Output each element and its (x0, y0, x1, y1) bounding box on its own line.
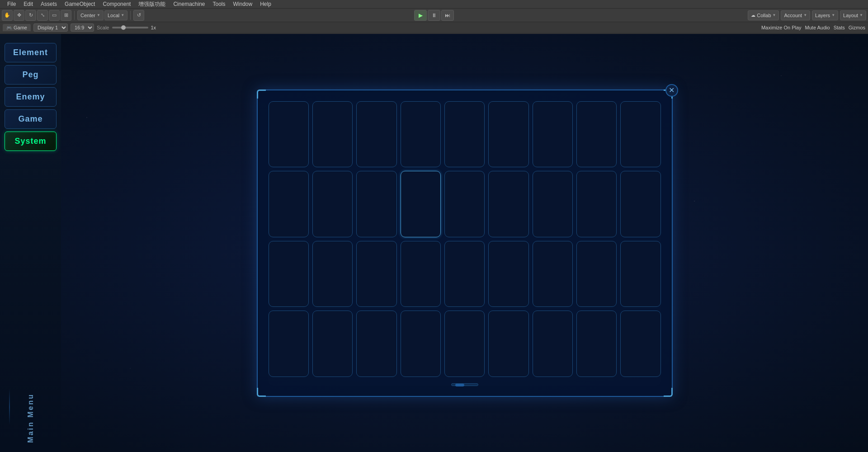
category-game[interactable]: Game (5, 109, 57, 129)
scale-track[interactable] (112, 27, 148, 28)
main-menu-text: Main Menu (27, 393, 35, 443)
grid-cell-35[interactable] (620, 311, 660, 377)
game-tab[interactable]: 🎮 Game (3, 24, 31, 31)
main-menu-label: Main Menu (0, 393, 61, 443)
corner-bl (257, 388, 266, 397)
toolbar-separator (74, 11, 75, 20)
menu-file[interactable]: File (4, 0, 19, 8)
play-button[interactable]: ▶ (414, 10, 427, 21)
center-panel: ✕ (61, 34, 868, 452)
mute-btn[interactable]: Mute Audio (805, 25, 830, 30)
collab-label: Collab (757, 13, 771, 18)
grid-cell-7[interactable] (576, 101, 617, 168)
corner-tl (257, 89, 266, 99)
center-arrow: ▼ (97, 13, 100, 17)
grid-cell-28[interactable] (312, 311, 353, 377)
grid-cell-32[interactable] (488, 311, 528, 377)
ratio-select[interactable]: 16:9 (71, 24, 94, 32)
grid-cell-6[interactable] (533, 101, 573, 168)
tool-move[interactable]: ✥ (14, 10, 24, 21)
scale-bar[interactable] (112, 27, 148, 28)
grid-cell-14[interactable] (488, 171, 528, 237)
grid-cell-12[interactable] (401, 171, 441, 237)
category-system[interactable]: System (5, 132, 57, 151)
grid-cell-22[interactable] (444, 241, 485, 307)
account-dropdown[interactable]: Account ▼ (781, 10, 810, 20)
display-select[interactable]: Display 1 (33, 24, 68, 32)
menu-tools[interactable]: Tools (209, 0, 229, 8)
grid-cell-27[interactable] (269, 311, 309, 377)
gizmos-btn[interactable]: Gizmos (849, 25, 865, 30)
scale-thumb[interactable] (121, 25, 126, 30)
layers-dropdown[interactable]: Layers ▼ (812, 10, 838, 20)
toolbar-separator2 (130, 11, 131, 20)
menu-window[interactable]: Window (230, 0, 256, 8)
grid-cell-17[interactable] (620, 171, 660, 237)
grid-cell-15[interactable] (533, 171, 573, 237)
collab-dropdown[interactable]: ☁ Collab ▼ (748, 10, 779, 20)
tool-hand[interactable]: ✋ (2, 10, 13, 21)
category-peg[interactable]: Peg (5, 65, 57, 85)
grid-cell-1[interactable] (312, 101, 353, 168)
menu-assets[interactable]: Assets (37, 0, 61, 8)
grid-cell-10[interactable] (312, 171, 353, 237)
grid-cell-9[interactable] (269, 171, 309, 237)
grid-cell-11[interactable] (356, 171, 396, 237)
menu-gameobject[interactable]: GameObject (61, 0, 99, 8)
stats-btn[interactable]: Stats (834, 25, 845, 30)
center-dropdown[interactable]: Center ▼ (77, 10, 104, 20)
left-sidebar: Element Peg Enemy Game System Main Menu (0, 34, 61, 452)
grid-cell-31[interactable] (444, 311, 485, 377)
gamebar-right: Maximize On Play Mute Audio Stats Gizmos (761, 25, 865, 30)
local-arrow: ▼ (121, 13, 124, 17)
grid-cell-0[interactable] (269, 101, 309, 168)
grid-cell-20[interactable] (356, 241, 396, 307)
grid-cell-33[interactable] (533, 311, 573, 377)
tool-transform[interactable]: ⊞ (61, 10, 71, 21)
game-tab-label: Game (14, 25, 27, 30)
menu-component[interactable]: Component (99, 0, 134, 8)
step-button[interactable]: ⏭ (441, 10, 454, 21)
layers-arrow: ▼ (831, 13, 835, 17)
grid-cell-2[interactable] (356, 101, 396, 168)
grid-cell-18[interactable] (269, 241, 309, 307)
menu-cinemachine[interactable]: Cinemachine (170, 0, 208, 8)
category-enemy[interactable]: Enemy (5, 87, 57, 107)
scroll-handle[interactable] (455, 384, 464, 386)
maximize-btn[interactable]: Maximize On Play (761, 25, 802, 30)
grid-cell-26[interactable] (620, 241, 660, 307)
tool-scale[interactable]: ⤡ (37, 10, 48, 21)
grid-cell-24[interactable] (533, 241, 573, 307)
menu-edit[interactable]: Edit (20, 0, 37, 8)
grid-cell-19[interactable] (312, 241, 353, 307)
grid-cell-30[interactable] (401, 311, 441, 377)
category-element[interactable]: Element (5, 43, 57, 62)
grid-cell-23[interactable] (488, 241, 528, 307)
grid-cell-29[interactable] (356, 311, 396, 377)
account-arrow: ▼ (803, 13, 807, 17)
tool-rotate[interactable]: ↻ (25, 10, 36, 21)
layout-dropdown[interactable]: Layout ▼ (840, 10, 866, 20)
pause-button[interactable]: ⏸ (428, 10, 440, 21)
grid-cell-25[interactable] (576, 241, 617, 307)
dialog-box: ✕ (257, 89, 673, 397)
toolbar: ✋ ✥ ↻ ⤡ ▭ ⊞ Center ▼ Local ▼ ↺ ▶ ⏸ ⏭ ☁ C… (0, 9, 868, 22)
grid-cell-3[interactable] (401, 101, 441, 168)
grid-cell-8[interactable] (620, 101, 660, 168)
grid-cell-34[interactable] (576, 311, 617, 377)
menu-help[interactable]: Help (256, 0, 275, 8)
refresh-btn[interactable]: ↺ (133, 10, 144, 21)
grid-cell-13[interactable] (444, 171, 485, 237)
toolbar-right: ☁ Collab ▼ Account ▼ Layers ▼ Layout ▼ (748, 10, 866, 20)
center-label: Center (80, 13, 95, 18)
grid-cell-4[interactable] (444, 101, 485, 168)
tool-rect[interactable]: ▭ (49, 10, 60, 21)
game-view: Element Peg Enemy Game System Main Menu … (0, 34, 868, 452)
grid-cell-21[interactable] (401, 241, 441, 307)
grid-cell-16[interactable] (576, 171, 617, 237)
menu-enhanced[interactable]: 增强版功能 (135, 0, 169, 9)
close-button[interactable]: ✕ (665, 84, 678, 97)
grid-cell-5[interactable] (488, 101, 528, 168)
scroll-track[interactable] (451, 383, 478, 386)
local-dropdown[interactable]: Local ▼ (104, 10, 127, 20)
